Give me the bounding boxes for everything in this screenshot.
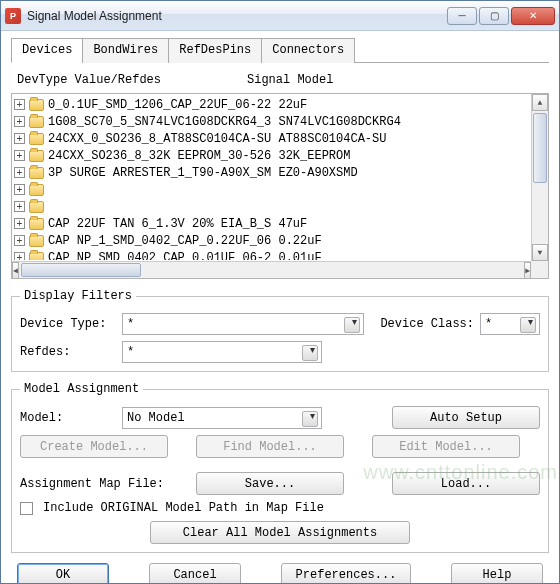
- scroll-thumb-horizontal[interactable]: [21, 263, 141, 277]
- create-model-button[interactable]: Create Model...: [20, 435, 168, 458]
- tab-connectors[interactable]: Connectors: [261, 38, 355, 63]
- horizontal-scrollbar[interactable]: ◀ ▶: [12, 261, 531, 278]
- folder-icon: [29, 116, 44, 128]
- folder-icon: [29, 235, 44, 247]
- tree-item-label: 1G08_SC70_5_SN74LVC1G08DCKRG4_3 SN74LVC1…: [48, 115, 401, 129]
- tree-row[interactable]: +0_0.1UF_SMD_1206_CAP_22UF_06-22 22uF: [14, 96, 530, 113]
- folder-icon: [29, 133, 44, 145]
- tree-row[interactable]: +CAP 22UF TAN 6_1.3V 20% EIA_B_S 47uF: [14, 215, 530, 232]
- edit-model-button[interactable]: Edit Model...: [372, 435, 520, 458]
- tree-row[interactable]: +24CXX_0_SO236_8_AT88SC0104CA-SU AT88SC0…: [14, 130, 530, 147]
- app-icon: P: [5, 8, 21, 24]
- expand-icon[interactable]: +: [14, 150, 25, 161]
- tab-bondwires[interactable]: BondWires: [82, 38, 169, 63]
- folder-icon: [29, 201, 44, 213]
- expand-icon[interactable]: +: [14, 133, 25, 144]
- folder-icon: [29, 99, 44, 111]
- tree-item-label: 0_0.1UF_SMD_1206_CAP_22UF_06-22 22uF: [48, 98, 307, 112]
- clear-all-button[interactable]: Clear All Model Assignments: [150, 521, 410, 544]
- tree-item-label: CAP NP_1_SMD_0402_CAP_0.22UF_06 0.22uF: [48, 234, 322, 248]
- folder-icon: [29, 218, 44, 230]
- scroll-thumb-vertical[interactable]: [533, 113, 547, 183]
- display-filters-legend: Display Filters: [20, 289, 136, 303]
- model-label: Model:: [20, 411, 116, 425]
- vertical-scrollbar[interactable]: ▲ ▼: [531, 94, 548, 261]
- tab-devices[interactable]: Devices: [11, 38, 83, 63]
- device-type-label: Device Type:: [20, 317, 116, 331]
- window-buttons: ─ ▢ ✕: [447, 7, 555, 25]
- folder-icon: [29, 184, 44, 196]
- scroll-left-icon[interactable]: ◀: [12, 262, 19, 279]
- expand-icon[interactable]: +: [14, 235, 25, 246]
- model-assignment-legend: Model Assignment: [20, 382, 143, 396]
- find-model-button[interactable]: Find Model...: [196, 435, 344, 458]
- help-button[interactable]: Help: [451, 563, 543, 584]
- dialog-buttons: OK Cancel Preferences... Help: [11, 553, 549, 584]
- tree-row[interactable]: +: [14, 181, 530, 198]
- refdes-combo[interactable]: *: [122, 341, 322, 363]
- tab-refdespins[interactable]: RefDesPins: [168, 38, 262, 63]
- titlebar: P Signal Model Assignment ─ ▢ ✕: [1, 1, 559, 31]
- folder-icon: [29, 252, 44, 261]
- tree-row[interactable]: +CAP NP_1_SMD_0402_CAP_0.22UF_06 0.22uF: [14, 232, 530, 249]
- column-headers: DevType Value/Refdes Signal Model: [11, 63, 549, 93]
- include-original-label: Include ORIGINAL Model Path in Map File: [43, 501, 324, 515]
- model-combo[interactable]: No Model: [122, 407, 322, 429]
- window-title: Signal Model Assignment: [27, 9, 447, 23]
- tree-item-label: CAP NP_SMD_0402_CAP_0.01UF_06-2 0.01uF: [48, 251, 322, 261]
- device-class-label: Device Class:: [380, 317, 474, 331]
- tree-item-label: CAP 22UF TAN 6_1.3V 20% EIA_B_S 47uF: [48, 217, 307, 231]
- tree-row[interactable]: +3P SURGE ARRESTER_1_T90-A90X_SM EZ0-A90…: [14, 164, 530, 181]
- cancel-button[interactable]: Cancel: [149, 563, 241, 584]
- ok-button[interactable]: OK: [17, 563, 109, 584]
- tree-row[interactable]: +1G08_SC70_5_SN74LVC1G08DCKRG4_3 SN74LVC…: [14, 113, 530, 130]
- tree-row[interactable]: +: [14, 198, 530, 215]
- tree-row[interactable]: +24CXX_SO236_8_32K EEPROM_30-526 32K_EEP…: [14, 147, 530, 164]
- device-type-combo[interactable]: *: [122, 313, 364, 335]
- tree-item-label: 3P SURGE ARRESTER_1_T90-A90X_SM EZ0-A90X…: [48, 166, 358, 180]
- expand-icon[interactable]: +: [14, 218, 25, 229]
- map-file-label: Assignment Map File:: [20, 477, 164, 491]
- scroll-down-icon[interactable]: ▼: [532, 244, 548, 261]
- expand-icon[interactable]: +: [14, 201, 25, 212]
- display-filters-group: Display Filters Device Type: * Device Cl…: [11, 289, 549, 372]
- tree-row[interactable]: +CAP NP_SMD_0402_CAP_0.01UF_06-2 0.01uF: [14, 249, 530, 260]
- folder-icon: [29, 167, 44, 179]
- scroll-up-icon[interactable]: ▲: [532, 94, 548, 111]
- expand-icon[interactable]: +: [14, 252, 25, 260]
- close-button[interactable]: ✕: [511, 7, 555, 25]
- scroll-right-icon[interactable]: ▶: [524, 262, 531, 279]
- device-class-combo[interactable]: *: [480, 313, 540, 335]
- load-map-button[interactable]: Load...: [392, 472, 540, 495]
- refdes-label: Refdes:: [20, 345, 116, 359]
- tree-item-label: 24CXX_0_SO236_8_AT88SC0104CA-SU AT88SC01…: [48, 132, 386, 146]
- tabstrip: Devices BondWires RefDesPins Connectors: [11, 37, 549, 63]
- expand-icon[interactable]: +: [14, 184, 25, 195]
- model-assignment-group: Model Assignment Model: No Model Auto Se…: [11, 382, 549, 553]
- maximize-button[interactable]: ▢: [479, 7, 509, 25]
- folder-icon: [29, 150, 44, 162]
- minimize-button[interactable]: ─: [447, 7, 477, 25]
- expand-icon[interactable]: +: [14, 167, 25, 178]
- expand-icon[interactable]: +: [14, 99, 25, 110]
- device-tree[interactable]: +0_0.1UF_SMD_1206_CAP_22UF_06-22 22uF+1G…: [11, 93, 549, 279]
- column-header-right: Signal Model: [247, 73, 333, 87]
- tree-item-label: 24CXX_SO236_8_32K EEPROM_30-526 32K_EEPR…: [48, 149, 350, 163]
- preferences-button[interactable]: Preferences...: [281, 563, 411, 584]
- expand-icon[interactable]: +: [14, 116, 25, 127]
- save-map-button[interactable]: Save...: [196, 472, 344, 495]
- column-header-left: DevType Value/Refdes: [17, 73, 247, 87]
- auto-setup-button[interactable]: Auto Setup: [392, 406, 540, 429]
- include-original-checkbox[interactable]: [20, 502, 33, 515]
